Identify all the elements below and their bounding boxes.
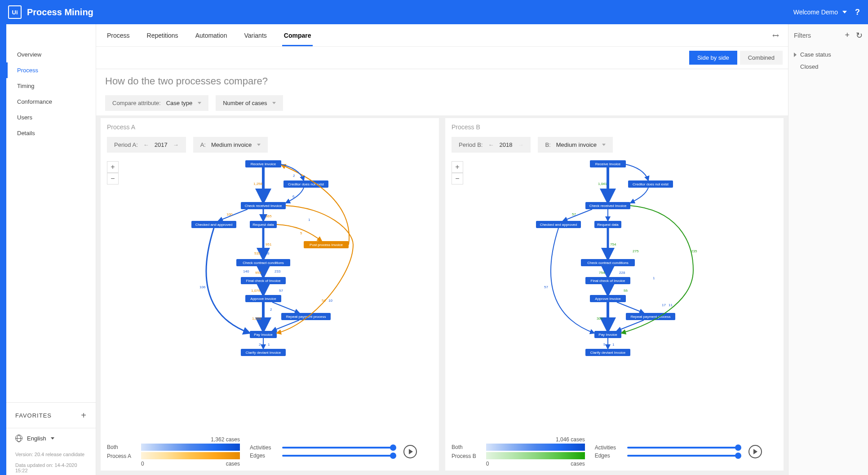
chevron-down-icon — [51, 437, 54, 440]
zoom-out-button[interactable]: − — [452, 173, 463, 185]
svg-text:Request data: Request data — [597, 223, 619, 227]
legend-min-a: 0 — [141, 461, 144, 467]
legend-b: 1,046 cases 0 cases — [486, 436, 585, 467]
tab-variants[interactable]: Variants — [242, 25, 268, 46]
svg-text:106: 106 — [199, 285, 206, 289]
svg-text:953: 953 — [255, 271, 261, 275]
add-filter-icon[interactable]: + — [845, 31, 850, 40]
help-icon[interactable]: ? — [855, 8, 860, 17]
legend-total-a: 1,362 cases — [211, 436, 240, 443]
svg-text:2: 2 — [270, 308, 272, 312]
play-icon — [409, 449, 413, 454]
svg-text:Receive Invoice: Receive Invoice — [250, 162, 276, 166]
svg-text:Approve Invoice: Approve Invoice — [595, 297, 621, 301]
combined-button[interactable]: Combined — [740, 51, 783, 65]
svg-text:55: 55 — [624, 289, 628, 293]
slider-thumb[interactable] — [735, 453, 741, 459]
version-label: Version: 20.4 release candidate — [6, 448, 96, 459]
nav-process[interactable]: Process — [6, 62, 96, 78]
period-a-value: 2017 — [155, 141, 168, 148]
edges-slider-b[interactable] — [627, 455, 739, 457]
refresh-icon[interactable]: ↻ — [856, 31, 863, 40]
svg-text:10: 10 — [328, 299, 332, 303]
activities-slider-a[interactable] — [282, 447, 394, 449]
play-button-a[interactable] — [403, 445, 417, 458]
filter-case-status[interactable]: Case status — [794, 48, 863, 61]
svg-text:1,205: 1,205 — [252, 317, 261, 321]
legend-row-both: Both — [452, 443, 476, 452]
svg-text:17: 17 — [662, 303, 666, 307]
attr-a-selector[interactable]: A: Medium invoice — [193, 137, 268, 153]
sidebar-accent — [0, 24, 6, 475]
compare-attribute-selector[interactable]: Compare attribute: Case type — [105, 95, 208, 111]
attr-a-label: A: — [200, 141, 206, 148]
svg-text:233: 233 — [275, 269, 281, 273]
svg-text:Final check of Invoice: Final check of Invoice — [590, 279, 625, 283]
svg-text:Check received Invoice: Check received Invoice — [244, 204, 282, 208]
nav-users[interactable]: Users — [6, 110, 96, 125]
svg-text:57: 57 — [279, 289, 283, 293]
svg-text:Approve Invoice: Approve Invoice — [250, 297, 276, 301]
attr-b-value: Medium invoice — [556, 141, 597, 148]
favorites-label: FAVORITES — [15, 412, 52, 419]
svg-text:Repeat payment process: Repeat payment process — [630, 315, 670, 319]
filter-closed[interactable]: Closed — [794, 61, 863, 73]
svg-text:Check contract conditions: Check contract conditions — [587, 261, 629, 265]
legend-min-b: 0 — [486, 461, 489, 467]
sidebar: Overview Process Timing Conformance User… — [6, 24, 96, 475]
side-by-side-button[interactable]: Side by side — [689, 51, 737, 65]
nav-details[interactable]: Details — [6, 125, 96, 141]
svg-text:Post process Invoice: Post process Invoice — [310, 243, 343, 247]
svg-text:Pay Invoice: Pay Invoice — [254, 333, 273, 337]
slider-thumb[interactable] — [735, 444, 741, 451]
tab-repetitions[interactable]: Repetitions — [145, 25, 180, 46]
user-menu[interactable]: Welcome Demo — [793, 9, 847, 16]
process-b-graph[interactable]: Receive Invoice Creditor does not exist … — [518, 158, 711, 396]
nav-conformance[interactable]: Conformance — [6, 94, 96, 110]
zoom-controls-b: + − — [452, 161, 463, 185]
legend-total-b: 1,046 cases — [556, 436, 585, 443]
page-title: How do the two processes compare? — [105, 75, 779, 87]
activities-slider-b[interactable] — [627, 447, 739, 449]
svg-text:754: 754 — [610, 242, 616, 246]
edges-slider-a[interactable] — [282, 455, 394, 457]
filters-title: Filters — [794, 32, 811, 39]
metric-selector[interactable]: Number of cases — [216, 95, 283, 111]
language-label: English — [27, 435, 46, 442]
arrow-left-icon[interactable]: ← — [488, 141, 494, 148]
svg-text:365: 365 — [266, 214, 272, 218]
process-b-title: Process B — [452, 123, 777, 131]
svg-text:5: 5 — [300, 231, 302, 235]
slider-thumb[interactable] — [390, 453, 396, 459]
tab-automation[interactable]: Automation — [194, 25, 229, 46]
add-favorite-icon[interactable]: + — [81, 411, 87, 420]
favorites-section: FAVORITES + — [6, 402, 96, 428]
language-selector[interactable]: English — [6, 428, 96, 448]
svg-text:1: 1 — [308, 218, 310, 222]
filter-case-status-label: Case status — [800, 51, 831, 58]
slider-thumb[interactable] — [390, 444, 396, 451]
svg-text:140: 140 — [243, 269, 249, 273]
svg-text:1: 1 — [653, 276, 655, 280]
process-a-graph[interactable]: Receive Invoice Creditor does not exist … — [173, 158, 367, 396]
svg-text:100: 100 — [226, 212, 233, 216]
period-b-selector[interactable]: Period B: ← 2018 → — [452, 137, 531, 153]
nav-overview[interactable]: Overview — [6, 47, 96, 62]
tab-process[interactable]: Process — [105, 25, 132, 46]
zoom-in-button[interactable]: + — [452, 161, 463, 173]
arrow-right-icon[interactable]: → — [173, 141, 179, 148]
expand-icon[interactable]: ⤢ — [770, 29, 781, 41]
data-updated-label: Data updated on: 14-4-2020 15:22 — [6, 459, 96, 475]
nav-timing[interactable]: Timing — [6, 78, 96, 94]
play-button-b[interactable] — [748, 445, 762, 458]
attr-b-selector[interactable]: B: Medium invoice — [538, 137, 613, 153]
process-a-title: Process A — [107, 123, 433, 131]
period-a-selector[interactable]: Period A: ← 2017 → — [107, 137, 186, 153]
legend-unit-b: cases — [571, 461, 585, 467]
svg-text:Receive Invoice: Receive Invoice — [595, 162, 620, 166]
zoom-in-button[interactable]: + — [107, 161, 119, 173]
arrow-left-icon[interactable]: ← — [143, 141, 149, 148]
zoom-out-button[interactable]: − — [107, 173, 119, 185]
tab-compare[interactable]: Compare — [282, 25, 313, 46]
svg-text:2: 2 — [259, 343, 261, 347]
